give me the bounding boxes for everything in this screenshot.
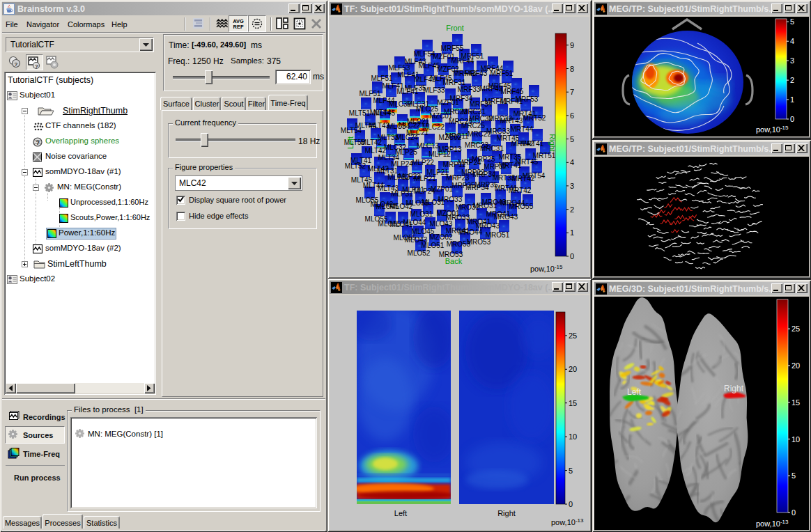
svg-text:15: 15 — [791, 398, 800, 407]
svg-text:?: ? — [36, 139, 40, 146]
svg-text:2: 2 — [570, 205, 574, 214]
svg-text:MLO55: MLO55 — [365, 215, 388, 223]
svg-text:MRO43: MRO43 — [494, 213, 518, 221]
svg-text:MRC31: MRC31 — [480, 145, 504, 152]
svg-text:4: 4 — [790, 37, 794, 45]
svg-text:?: ? — [35, 63, 38, 70]
svg-text:MLC13: MLC13 — [417, 142, 440, 150]
svg-text:0: 0 — [790, 115, 794, 123]
svg-text:MLO52: MLO52 — [408, 249, 431, 257]
svg-text:20: 20 — [791, 361, 800, 370]
svg-text:5: 5 — [791, 471, 796, 480]
svg-text:MRT43: MRT43 — [500, 117, 523, 125]
svg-text:pow,10-13: pow,10-13 — [756, 519, 789, 528]
svg-text:MRT52: MRT52 — [523, 114, 546, 122]
svg-text:7: 7 — [570, 88, 574, 96]
svg-text:MLC34: MLC34 — [387, 123, 410, 130]
svg-text:Front: Front — [446, 24, 464, 32]
svg-text:5: 5 — [569, 467, 573, 475]
svg-text:20: 20 — [569, 365, 577, 373]
svg-text:MLT52: MLT52 — [345, 162, 366, 170]
svg-text:MRF45: MRF45 — [501, 88, 524, 95]
svg-text:pow,10-15: pow,10-15 — [530, 264, 563, 273]
svg-text:MLT42: MLT42 — [368, 165, 389, 173]
svg-text:MRO43: MRO43 — [476, 222, 500, 230]
svg-text:MLC32: MLC32 — [384, 143, 407, 151]
svg-text:25: 25 — [569, 331, 577, 340]
svg-text:MLO55: MLO55 — [394, 234, 417, 242]
svg-text:pow,10-15: pow,10-15 — [756, 125, 789, 134]
svg-text:6: 6 — [570, 111, 574, 120]
svg-text:Right: Right — [548, 134, 557, 152]
svg-text:MLF41: MLF41 — [397, 71, 419, 79]
svg-text:MLF51: MLF51 — [371, 75, 393, 82]
svg-text:MRT42: MRT42 — [509, 187, 532, 194]
svg-text:MLF51: MLF51 — [359, 90, 381, 97]
svg-text:MLP22: MLP22 — [412, 159, 434, 166]
svg-text:MLT54: MLT54 — [341, 127, 362, 134]
svg-text:MRT54: MRT54 — [523, 172, 546, 180]
svg-text:10: 10 — [791, 435, 800, 444]
svg-text:4: 4 — [570, 158, 574, 166]
svg-text:Back: Back — [445, 257, 463, 265]
svg-text:MLF44: MLF44 — [373, 97, 395, 104]
svg-text:0: 0 — [569, 500, 573, 508]
svg-text:MLF33: MLF33 — [423, 86, 445, 94]
svg-text:MRC11: MRC11 — [445, 132, 469, 140]
svg-text:pow,10-13: pow,10-13 — [551, 517, 584, 526]
svg-text:MRT41: MRT41 — [521, 140, 544, 148]
svg-text:Left: Left — [346, 136, 355, 149]
svg-text:MLF53: MLF53 — [388, 64, 410, 72]
svg-text:MRO53: MRO53 — [467, 238, 491, 246]
svg-text:MRO51: MRO51 — [486, 231, 510, 239]
svg-text:MZF02: MZF02 — [437, 65, 459, 73]
svg-text:5: 5 — [790, 17, 794, 26]
svg-text:1: 1 — [570, 228, 574, 237]
svg-text:MLT44: MLT44 — [370, 109, 392, 116]
svg-text:2: 2 — [790, 76, 794, 84]
svg-text:MRC25: MRC25 — [461, 122, 485, 130]
svg-text:9: 9 — [570, 41, 574, 49]
svg-text:MRT44: MRT44 — [511, 125, 534, 133]
svg-text:MLP12: MLP12 — [428, 150, 451, 158]
svg-text:MLO55: MLO55 — [356, 196, 379, 204]
svg-text:Right: Right — [497, 509, 516, 517]
svg-text:3: 3 — [570, 182, 574, 190]
svg-text:MLT42: MLT42 — [365, 147, 387, 155]
svg-text:MRF51: MRF51 — [461, 52, 484, 60]
svg-text:MRF33: MRF33 — [458, 86, 481, 93]
svg-text:MLT45: MLT45 — [351, 176, 373, 184]
svg-text:?: ? — [15, 61, 18, 68]
svg-text:25: 25 — [791, 324, 800, 333]
svg-text:MRP25: MRP25 — [472, 155, 495, 163]
svg-text:0: 0 — [570, 252, 574, 260]
svg-text:3: 3 — [790, 56, 794, 65]
svg-text:5: 5 — [570, 135, 574, 143]
svg-text:MLO31: MLO31 — [410, 210, 433, 218]
svg-text:0: 0 — [791, 508, 796, 517]
svg-text:MRF53: MRF53 — [516, 95, 539, 103]
svg-text:MLC24: MLC24 — [396, 134, 419, 141]
svg-text:MRF51: MRF51 — [491, 70, 513, 77]
svg-text:Left: Left — [627, 387, 642, 397]
svg-text:MRT51: MRT51 — [533, 152, 556, 159]
svg-text:Right: Right — [724, 384, 744, 393]
svg-text:MRF55: MRF55 — [441, 45, 464, 52]
svg-text:MLF54: MLF54 — [413, 50, 435, 58]
svg-text:10: 10 — [569, 432, 577, 441]
svg-text:1: 1 — [790, 95, 794, 104]
svg-text:MRO55: MRO55 — [509, 203, 534, 210]
svg-text:MLT51: MLT51 — [349, 109, 371, 117]
svg-text:MLT34: MLT34 — [378, 154, 400, 162]
svg-text:MZF01: MZF01 — [433, 53, 455, 61]
svg-text:MLF41: MLF41 — [382, 82, 404, 90]
svg-text:8: 8 — [570, 65, 574, 73]
svg-text:Left: Left — [394, 509, 407, 517]
svg-text:15: 15 — [569, 399, 577, 407]
svg-text:MLO51: MLO51 — [422, 242, 445, 249]
